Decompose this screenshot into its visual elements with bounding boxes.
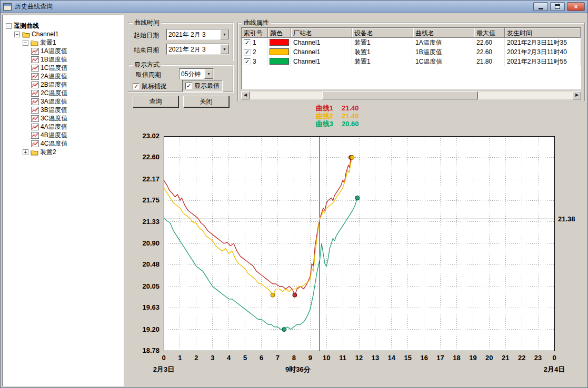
maximize-button[interactable] [550, 2, 565, 11]
tree-item-3A温度值[interactable]: 3A温度值 [3, 97, 123, 106]
collapse-icon[interactable]: − [6, 23, 12, 29]
start-date-dropdown-button[interactable]: ▼ [220, 29, 229, 39]
extreme-marker [293, 293, 297, 297]
query-button[interactable]: 查询 [133, 96, 178, 107]
x-tick-label: 21 [502, 354, 509, 362]
tree-item-3C温度值[interactable]: 3C温度值 [3, 114, 123, 122]
mouse-capture-checkbox[interactable]: ✓ 鼠标捕捉 [133, 82, 167, 91]
row-checkbox[interactable]: ✓ [244, 49, 251, 56]
tree-item-label: 1A温度值 [41, 47, 67, 56]
cell-max: 22.60 [474, 47, 505, 57]
x-tick-label: 0 [552, 354, 556, 362]
checkbox-check-icon[interactable]: ✓ [133, 83, 139, 90]
period-select[interactable]: 05分钟 ▼ [179, 68, 214, 79]
tree-item-4C温度值[interactable]: 4C温度值 [3, 139, 123, 148]
display-mode-group-title: 显示方式 [133, 62, 161, 68]
collapse-icon[interactable]: − [23, 40, 28, 46]
legend-label: 曲线2 [305, 112, 333, 120]
tree-item-1A温度值[interactable]: 1A温度值 [3, 47, 123, 55]
legend-row: 曲线221.40 [258, 112, 416, 120]
tree-item-Channel1[interactable]: −Channel1 [3, 30, 123, 38]
tree-item-2C温度值[interactable]: 2C温度值 [3, 89, 123, 97]
row-checkbox[interactable]: ✓ [244, 39, 251, 46]
tree-item-1C温度值[interactable]: 1C温度值 [3, 64, 123, 72]
row-index: 2 [253, 47, 256, 57]
y-tick-label: 20.48 [142, 260, 160, 268]
tree-item-label: 装置1 [40, 38, 56, 47]
table-row[interactable]: ✓2Channel1装置11B温度值22.602021年2月3日11时40 [242, 47, 581, 57]
x-tick-label: 16 [420, 354, 427, 362]
scrollbar-track[interactable] [250, 91, 573, 99]
app-window: 历史曲线查询 × −遥测曲线−Channel1−装置11A温度值1B温度值1C温… [0, 0, 588, 388]
tree-item-2B温度值[interactable]: 2B温度值 [3, 80, 123, 89]
checkbox-check-icon[interactable]: ✓ [185, 83, 192, 89]
expand-icon[interactable]: + [23, 149, 28, 155]
legend-label: 曲线1 [305, 104, 333, 112]
tree-item-装置2[interactable]: +装置2 [3, 148, 123, 156]
tree-item-label: 2B温度值 [41, 80, 67, 89]
curve-color-swatch [270, 48, 289, 55]
curve-color-swatch [270, 58, 289, 65]
x-tick-label: 20 [485, 354, 493, 362]
cell-station: Channel1 [291, 38, 352, 47]
cursor-legend: 曲线121.40曲线221.40曲线320.60 [258, 104, 416, 128]
tree-item-label: Channel1 [32, 30, 58, 38]
cell-curve: 1A温度值 [413, 38, 474, 47]
x-tick-label: 1 [178, 354, 182, 362]
end-date-dropdown-button[interactable]: ▼ [220, 44, 229, 54]
cell-time: 2021年2月3日11时55 [505, 57, 581, 66]
chart-icon [31, 56, 39, 63]
x-tick-label: 9 [308, 354, 312, 362]
date-label-right: 2月4日 [544, 365, 565, 373]
row-checkbox[interactable]: ✓ [244, 58, 251, 65]
tree-item-4A温度值[interactable]: 4A温度值 [3, 122, 123, 131]
history-curve-chart[interactable]: 18.7819.2019.6320.0520.4820.9021.3321.75… [126, 129, 587, 387]
tree-item-遥测曲线[interactable]: −遥测曲线 [3, 22, 123, 30]
extreme-marker [282, 328, 286, 332]
cursor-value-label: 21.38 [558, 215, 575, 223]
start-date-value: 2021年 2月 3 [167, 29, 220, 39]
end-date-value: 2021年 2月 3 [167, 44, 220, 54]
tree-item-3B温度值[interactable]: 3B温度值 [3, 106, 123, 114]
row-index: 1 [253, 38, 256, 47]
cell-device: 装置1 [352, 57, 413, 66]
table-row[interactable]: ✓1Channel1装置11A温度值22.602021年2月3日11时35 [242, 38, 581, 47]
close-window-button[interactable]: × [567, 2, 585, 11]
tree-item-label: 4A温度值 [41, 122, 67, 131]
minimize-button[interactable] [533, 2, 548, 11]
x-tick-label: 22 [518, 354, 525, 362]
x-tick-label: 6 [260, 354, 263, 362]
cell-station: Channel1 [291, 47, 352, 57]
tree-item-2A温度值[interactable]: 2A温度值 [3, 72, 123, 80]
extreme-marker [355, 196, 360, 200]
tree-item-label: 1C温度值 [41, 64, 67, 73]
end-date-select[interactable]: 2021年 2月 3 ▼ [166, 44, 230, 55]
collapse-icon[interactable]: − [14, 32, 20, 37]
close-button[interactable]: 关闭 [183, 96, 229, 107]
tree-item-label: 装置2 [40, 148, 56, 157]
tree-item-1B温度值[interactable]: 1B温度值 [3, 55, 123, 64]
tree-item-4B温度值[interactable]: 4B温度值 [3, 131, 123, 139]
scroll-right-button[interactable]: ▶ [573, 91, 581, 99]
tree-item-label: 遥测曲线 [14, 22, 39, 30]
x-tick-label: 18 [453, 354, 460, 362]
curve-properties-table: 索引号颜色厂站名设备名曲线名最大值发生时间 ✓1Channel1装置11A温度值… [241, 27, 581, 89]
table-row[interactable]: ✓3Channel1装置11C温度值21.802021年2月3日11时55 [242, 57, 581, 66]
x-tick-label: 12 [355, 354, 363, 362]
legend-value: 20.60 [342, 120, 370, 128]
period-dropdown-button[interactable]: ▼ [204, 69, 213, 79]
x-tick-label: 8 [292, 354, 296, 362]
horizontal-scrollbar[interactable]: ◀ ▶ [241, 91, 581, 99]
tree-item-装置1[interactable]: −装置1 [3, 38, 123, 47]
curve-time-group-title: 曲线时间 [133, 19, 161, 26]
x-tick-label: 14 [388, 354, 396, 362]
scroll-left-button[interactable]: ◀ [241, 91, 250, 99]
y-tick-label: 19.63 [142, 303, 160, 311]
show-extremes-checkbox[interactable]: ✓ 显示最值 [182, 80, 223, 92]
legend-row: 曲线320.60 [258, 120, 416, 128]
y-tick-label: 22.17 [142, 175, 160, 183]
scrollbar-thumb[interactable] [322, 91, 478, 99]
start-date-select[interactable]: 2021年 2月 3 ▼ [166, 29, 230, 40]
legend-value: 21.40 [342, 104, 370, 112]
curve-color-swatch [270, 39, 289, 46]
